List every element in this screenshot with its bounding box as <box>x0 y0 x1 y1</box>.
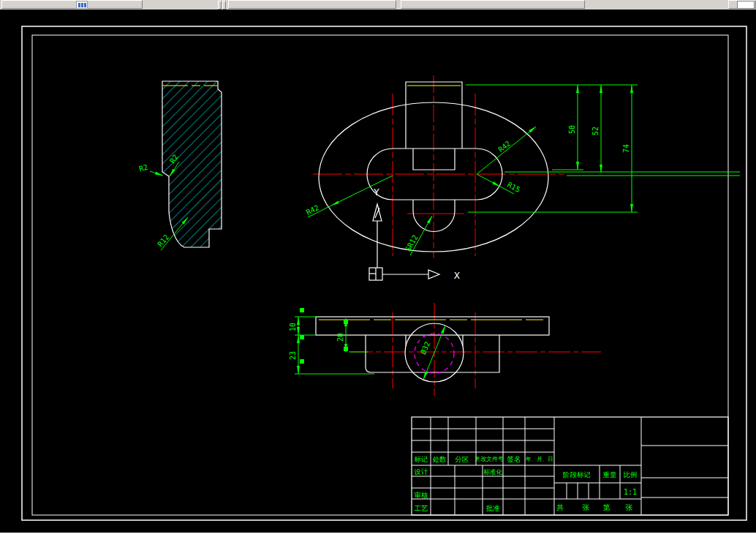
tb-design: 设计 <box>414 467 429 476</box>
ucs-y-label: Y <box>374 187 379 198</box>
tb-stage-mark: 阶段标记 <box>563 470 591 478</box>
leader-r2a <box>150 171 163 176</box>
title-block: 标记 处数 分区 更改文件号 签名 年、月、日 设计 标准化 审核 工艺 批准 … <box>412 417 728 515</box>
drawing-canvas[interactable]: R2 R2 R12 R42 <box>0 10 756 533</box>
extension-lines <box>295 317 374 374</box>
ucs-icon: Y X <box>369 187 460 281</box>
toolbar-grip[interactable] <box>218 1 222 10</box>
tb-header-date: 年、月、日 <box>525 456 553 462</box>
ucs-x-label: X <box>454 270 460 281</box>
dim-label-r42-lower: R42 <box>305 203 320 217</box>
tb-header-change-doc: 更改文件号 <box>475 456 504 462</box>
tb-process: 工艺 <box>415 504 429 512</box>
toolbar-grip[interactable] <box>222 1 226 10</box>
dim-label-23: 23 <box>289 351 297 360</box>
leader-r42-lower <box>331 176 393 206</box>
cad-application-window: R2 R2 R12 R42 <box>0 0 756 537</box>
toolbar-strip <box>0 0 756 10</box>
toolbar-panel <box>228 0 396 9</box>
table-icon[interactable] <box>76 1 88 9</box>
section-profile <box>162 81 222 247</box>
tb-sheet-no: 第 <box>603 503 611 511</box>
sheet-border <box>22 26 746 520</box>
tb-header-mark: 标记 <box>414 455 428 463</box>
tb-header-signature: 签名 <box>507 455 521 463</box>
tb-scale-label: 比例 <box>624 470 638 478</box>
dim-label-10: 10 <box>289 323 297 331</box>
tb-scale-value: 1:1 <box>624 488 637 496</box>
toolbar-panel <box>401 0 585 9</box>
tb-standardization: 标准化 <box>483 468 502 476</box>
dim-label-52: 52 <box>591 127 600 135</box>
dim-label-r12: R12 <box>156 233 170 248</box>
dim-label-74: 74 <box>622 144 630 153</box>
status-strip <box>0 533 756 537</box>
boss-block <box>366 335 499 372</box>
bottom-view: Ø32 10 23 20 <box>289 303 601 396</box>
tb-approve: 批准 <box>486 504 501 512</box>
dim-label-r42-upper: R42 <box>496 139 512 154</box>
tb-header-zone: 分区 <box>455 455 469 463</box>
dim-label-20: 20 <box>336 333 344 342</box>
tb-sheet-zhang2: 张 <box>625 503 632 511</box>
tb-sheet-zhang1: 张 <box>582 503 589 511</box>
tb-weight: 重量 <box>603 470 618 478</box>
tb-header-count: 处数 <box>433 455 447 463</box>
tb-check: 审核 <box>415 491 429 499</box>
leader-r15 <box>477 174 500 187</box>
dim-label-dia: Ø32 <box>419 340 431 356</box>
layer-combo[interactable] <box>737 1 755 9</box>
tb-sheet-total: 共 <box>556 503 564 511</box>
dim-label-r15: R15 <box>506 181 521 194</box>
top-view: R42 R42 R15 SR12 50 52 74 <box>305 75 740 258</box>
section-view: R2 R2 R12 <box>138 81 222 250</box>
toolbar-panel <box>1 0 143 9</box>
title-block-grid <box>412 417 728 515</box>
dim-label-50: 50 <box>568 125 576 134</box>
x-axis-arrowhead <box>428 270 439 279</box>
dim-label-r2a: R2 <box>138 163 148 173</box>
